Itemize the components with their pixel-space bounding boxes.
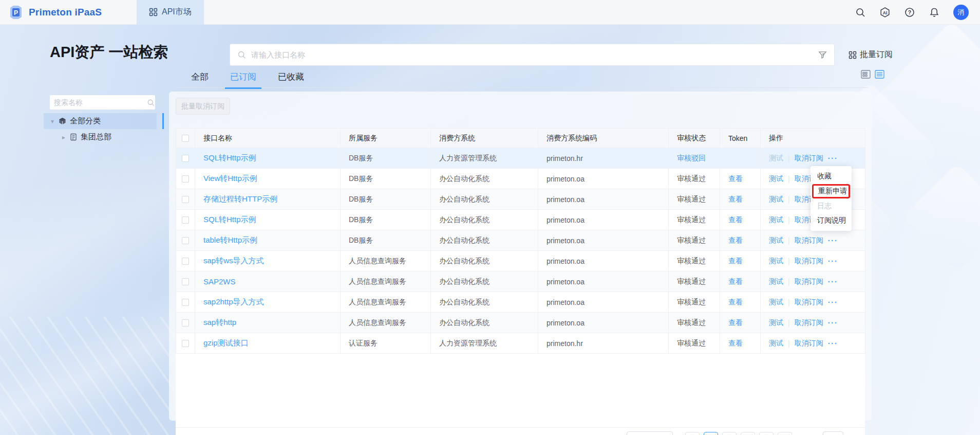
token-view-link[interactable]: 查看: [728, 339, 743, 347]
page-button-5[interactable]: 5: [759, 432, 774, 435]
search-icon[interactable]: [855, 7, 866, 18]
bell-icon[interactable]: [929, 7, 940, 18]
unsubscribe-action[interactable]: 取消订阅: [795, 298, 823, 307]
prev-page-button[interactable]: ‹: [685, 432, 700, 435]
page-button-...[interactable]: ...: [741, 432, 755, 435]
batch-subscribe-button[interactable]: 批量订阅: [849, 49, 893, 60]
tab-3[interactable]: 已收藏: [278, 71, 304, 89]
test-action[interactable]: 测试: [769, 257, 783, 266]
test-action[interactable]: 测试: [769, 277, 783, 286]
test-action[interactable]: 测试: [769, 195, 783, 204]
user-avatar[interactable]: 消: [953, 5, 969, 20]
tree-node[interactable]: ▾全部分类: [44, 113, 157, 129]
row-checkbox[interactable]: [182, 319, 189, 327]
filter-funnel-icon[interactable]: [818, 50, 827, 59]
more-actions-button[interactable]: ···: [828, 154, 838, 162]
api-search-input[interactable]: [251, 50, 818, 59]
page-size-select[interactable]: 10条/页 ▾: [627, 431, 673, 435]
api-name-link[interactable]: SQL转Http示例: [203, 153, 256, 162]
row-checkbox[interactable]: [182, 299, 189, 306]
row-checkbox[interactable]: [182, 216, 189, 224]
row-checkbox[interactable]: [182, 237, 189, 244]
actions-cell: 测试|取消订阅···: [761, 148, 865, 169]
logo-icon: P: [8, 5, 24, 20]
more-actions-button[interactable]: ···: [828, 339, 838, 348]
token-view-link[interactable]: 查看: [728, 277, 743, 285]
goto-page-input[interactable]: [823, 431, 843, 435]
unsubscribe-action[interactable]: 取消订阅: [795, 236, 823, 245]
row-actions: 测试|取消订阅···: [769, 339, 857, 348]
service-cell: 人员信息查询服务: [341, 313, 431, 333]
nav-tab-label: API市场: [162, 7, 192, 17]
menu-item-订阅说明[interactable]: 订阅说明: [811, 213, 852, 228]
help-icon[interactable]: ?: [904, 7, 915, 18]
tree-caret-icon[interactable]: ▸: [61, 134, 66, 141]
more-actions-button[interactable]: ···: [828, 237, 838, 245]
ai-assistant-icon[interactable]: AI: [879, 7, 891, 18]
unsubscribe-action[interactable]: 取消订阅: [795, 154, 823, 163]
list-view-icon[interactable]: [875, 70, 884, 79]
menu-item-重新申请[interactable]: 重新申请: [814, 186, 849, 197]
more-actions-button[interactable]: ···: [828, 298, 838, 306]
consumer-system-cell: 人力资源管理系统: [431, 148, 538, 169]
column-header: 操作: [761, 129, 865, 148]
api-name-link[interactable]: SQL转Http示例: [203, 215, 256, 224]
api-name-link[interactable]: View转Http示例: [203, 174, 257, 183]
api-name-link[interactable]: sap转ws导入方式: [203, 256, 264, 265]
tab-2[interactable]: 已订阅: [230, 71, 256, 89]
test-action[interactable]: 测试: [769, 339, 783, 348]
api-name-link[interactable]: gzip测试接口: [203, 338, 249, 347]
row-checkbox[interactable]: [182, 155, 189, 162]
token-cell: 查看: [720, 251, 761, 271]
more-actions-button[interactable]: ···: [828, 278, 838, 286]
token-view-link[interactable]: 查看: [728, 215, 743, 224]
row-checkbox[interactable]: [182, 175, 189, 183]
api-name-link[interactable]: SAP2WS: [203, 277, 236, 286]
brand[interactable]: P Primeton iPaaS: [8, 5, 118, 20]
test-action[interactable]: 测试: [769, 236, 783, 245]
card-view-icon[interactable]: [861, 70, 871, 79]
menu-item-收藏[interactable]: 收藏: [811, 169, 852, 184]
test-action[interactable]: 测试: [769, 174, 783, 184]
status-cell: 审核通过: [669, 251, 720, 271]
tree-caret-icon[interactable]: ▾: [50, 118, 55, 125]
unsubscribe-action[interactable]: 取消订阅: [795, 318, 823, 328]
unsubscribe-action[interactable]: 取消订阅: [795, 339, 823, 348]
row-actions: 测试|取消订阅···: [769, 318, 857, 328]
row-checkbox[interactable]: [182, 278, 189, 285]
api-name-link[interactable]: sap2http导入方式: [203, 297, 264, 306]
tab-1[interactable]: 全部: [191, 71, 209, 89]
select-all-checkbox[interactable]: [182, 135, 189, 142]
token-view-link[interactable]: 查看: [728, 298, 743, 306]
unsubscribe-action[interactable]: 取消订阅: [795, 277, 823, 286]
row-checkbox[interactable]: [182, 258, 189, 265]
row-checkbox[interactable]: [182, 340, 189, 347]
token-view-link[interactable]: 查看: [728, 195, 743, 203]
token-view-link[interactable]: 查看: [728, 236, 743, 244]
row-checkbox[interactable]: [182, 196, 189, 203]
actions-cell: 测试|取消订阅···: [761, 313, 865, 333]
action-separator: |: [788, 257, 790, 265]
page-button-1[interactable]: 1: [704, 432, 718, 435]
token-view-link[interactable]: 查看: [728, 257, 743, 265]
more-actions-button[interactable]: ···: [828, 319, 838, 327]
tree-node[interactable]: ▸集团总部: [44, 129, 157, 145]
batch-unsubscribe-button[interactable]: 批量取消订阅: [176, 98, 230, 115]
test-action[interactable]: 测试: [769, 215, 783, 225]
token-view-link[interactable]: 查看: [728, 174, 743, 183]
category-search-input[interactable]: [54, 98, 147, 106]
api-name-cell: sap转http: [195, 313, 341, 333]
token-view-link[interactable]: 查看: [728, 318, 743, 327]
status-rejected-link[interactable]: 审核驳回: [677, 154, 706, 162]
test-action[interactable]: 测试: [769, 298, 783, 307]
page-button-2[interactable]: 2: [722, 432, 737, 435]
unsubscribe-action[interactable]: 取消订阅: [795, 257, 823, 266]
api-name-link[interactable]: table转Http示例: [203, 235, 257, 244]
more-actions-button[interactable]: ···: [828, 257, 838, 265]
api-name-link[interactable]: 存储过程转HTTP示例: [203, 194, 277, 203]
next-page-button[interactable]: ›: [778, 432, 792, 435]
nav-tab-api-market[interactable]: API市场: [137, 0, 204, 25]
test-action[interactable]: 测试: [769, 318, 783, 328]
table-body: SQL转Http示例DB服务人力资源管理系统primeton.hr审核驳回测试|…: [176, 148, 865, 354]
api-name-link[interactable]: sap转http: [203, 318, 236, 327]
